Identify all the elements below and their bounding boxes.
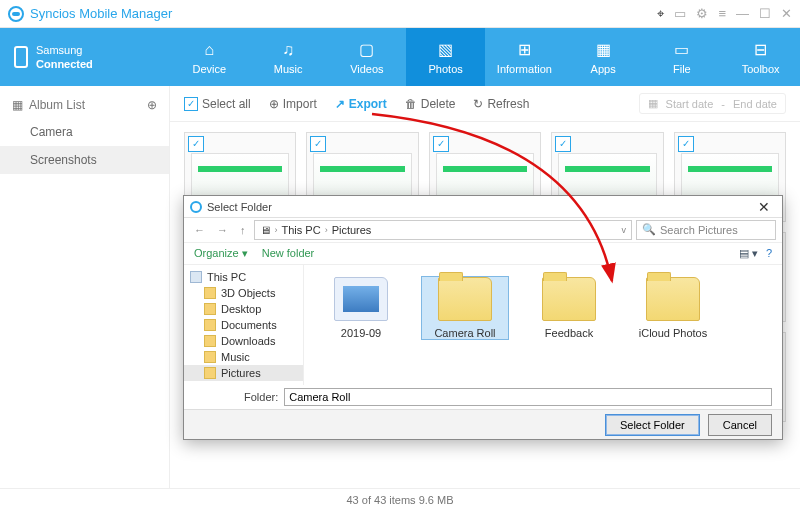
display-icon[interactable]: ▭ xyxy=(674,6,686,21)
export-icon: ↗ xyxy=(335,97,345,111)
view-mode-icon[interactable]: ▤ ▾ xyxy=(739,247,758,260)
device-status[interactable]: Samsung Connected xyxy=(0,28,170,86)
status-text: 43 of 43 items 9.6 MB xyxy=(347,494,454,506)
tree-item-music[interactable]: Music xyxy=(184,349,303,365)
app-logo-icon xyxy=(8,6,24,22)
nav-music[interactable]: ♫Music xyxy=(249,28,328,86)
search-icon: 🔍 xyxy=(642,223,656,236)
nav-device[interactable]: ⌂Device xyxy=(170,28,249,86)
device-brand: Samsung xyxy=(36,43,93,57)
file-list: 2019-09Camera RollFeedbackiCloud Photos xyxy=(304,265,782,385)
delete-button[interactable]: 🗑Delete xyxy=(405,97,456,111)
dialog-close-icon[interactable]: ✕ xyxy=(752,199,776,215)
file-item-icloud-photos[interactable]: iCloud Photos xyxy=(630,277,716,339)
plus-icon: ⊕ xyxy=(269,97,279,111)
add-album-icon[interactable]: ⊕ xyxy=(147,98,157,112)
minimize-icon[interactable]: — xyxy=(736,6,749,21)
device-icon: ⌂ xyxy=(199,40,219,60)
calendar-icon: ▦ xyxy=(648,97,658,110)
nav-information[interactable]: ⊞Information xyxy=(485,28,564,86)
export-button[interactable]: ↗Export xyxy=(335,97,387,111)
tree-item-documents[interactable]: Documents xyxy=(184,317,303,333)
videos-icon: ▢ xyxy=(357,40,377,60)
folder-icon xyxy=(204,367,216,379)
folder-icon xyxy=(204,303,216,315)
tree-item-pictures[interactable]: Pictures xyxy=(184,365,303,381)
status-bar: 43 of 43 items 9.6 MB xyxy=(0,488,800,510)
mouse-cursor-icon: ⌖ xyxy=(657,6,664,22)
nav-back-icon[interactable]: ← xyxy=(190,224,209,236)
folder-icon xyxy=(204,351,216,363)
sidebar: ▦ Album List ⊕ CameraScreenshots xyxy=(0,86,170,488)
folder-tree: This PC3D ObjectsDesktopDocumentsDownloa… xyxy=(184,265,304,385)
dialog-title: Select Folder xyxy=(207,201,272,213)
folder-icon xyxy=(334,277,388,321)
file-icon: ▭ xyxy=(672,40,692,60)
nav-videos[interactable]: ▢Videos xyxy=(328,28,407,86)
folder-label: Folder: xyxy=(244,391,278,403)
menu-icon[interactable]: ≡ xyxy=(718,6,726,21)
sidebar-item-camera[interactable]: Camera xyxy=(0,118,169,146)
app-title: Syncios Mobile Manager xyxy=(30,6,657,21)
tree-item-desktop[interactable]: Desktop xyxy=(184,301,303,317)
tree-item-this-pc[interactable]: This PC xyxy=(184,269,303,285)
pc-icon: 🖥 xyxy=(260,224,271,236)
maximize-icon[interactable]: ☐ xyxy=(759,6,771,21)
photos-icon: ▧ xyxy=(436,40,456,60)
nav-file[interactable]: ▭File xyxy=(643,28,722,86)
album-list-icon: ▦ xyxy=(12,98,23,112)
nav-photos[interactable]: ▧Photos xyxy=(406,28,485,86)
close-icon[interactable]: ✕ xyxy=(781,6,792,21)
tree-item-downloads[interactable]: Downloads xyxy=(184,333,303,349)
toolbar: ✓ Select all ⊕Import ↗Export 🗑Delete ↻Re… xyxy=(170,86,800,122)
help-icon[interactable]: ? xyxy=(766,247,772,260)
select-all[interactable]: ✓ Select all xyxy=(184,97,251,111)
refresh-button[interactable]: ↻Refresh xyxy=(473,97,529,111)
titlebar: Syncios Mobile Manager ⌖ ▭ ⚙ ≡ — ☐ ✕ xyxy=(0,0,800,28)
folder-name-input[interactable] xyxy=(284,388,772,406)
new-folder-button[interactable]: New folder xyxy=(262,247,315,259)
folder-icon xyxy=(204,287,216,299)
settings-icon[interactable]: ⚙ xyxy=(696,6,708,21)
nav-up-icon[interactable]: ↑ xyxy=(236,224,250,236)
select-folder-button[interactable]: Select Folder xyxy=(605,414,700,436)
import-button[interactable]: ⊕Import xyxy=(269,97,317,111)
select-all-checkbox-icon[interactable]: ✓ xyxy=(184,97,198,111)
nav-apps[interactable]: ▦Apps xyxy=(564,28,643,86)
folder-icon xyxy=(190,271,202,283)
dialog-logo-icon xyxy=(190,201,202,213)
tree-item-3d-objects[interactable]: 3D Objects xyxy=(184,285,303,301)
music-icon: ♫ xyxy=(278,40,298,60)
date-range[interactable]: ▦ Start date - End date xyxy=(639,93,786,114)
folder-icon xyxy=(438,277,492,321)
file-item-camera-roll[interactable]: Camera Roll xyxy=(422,277,508,339)
sidebar-header: Album List xyxy=(29,98,85,112)
toolbox-icon: ⊟ xyxy=(751,40,771,60)
folder-icon xyxy=(204,319,216,331)
sidebar-item-screenshots[interactable]: Screenshots xyxy=(0,146,169,174)
device-connected: Connected xyxy=(36,58,93,70)
file-item-feedback[interactable]: Feedback xyxy=(526,277,612,339)
folder-icon xyxy=(204,335,216,347)
nav-forward-icon[interactable]: → xyxy=(213,224,232,236)
select-folder-dialog: Select Folder ✕ ← → ↑ 🖥 › This PC › Pict… xyxy=(183,195,783,440)
nav-toolbox[interactable]: ⊟Toolbox xyxy=(721,28,800,86)
apps-icon: ▦ xyxy=(593,40,613,60)
refresh-icon: ↻ xyxy=(473,97,483,111)
phone-icon xyxy=(14,46,28,68)
trash-icon: 🗑 xyxy=(405,97,417,111)
information-icon: ⊞ xyxy=(514,40,534,60)
path-breadcrumb[interactable]: 🖥 › This PC › Pictures v xyxy=(254,220,633,240)
search-input[interactable]: 🔍 Search Pictures xyxy=(636,220,776,240)
organize-menu[interactable]: Organize ▾ xyxy=(194,247,248,260)
file-item-2019-09[interactable]: 2019-09 xyxy=(318,277,404,339)
top-nav: Samsung Connected ⌂Device♫Music▢Videos▧P… xyxy=(0,28,800,86)
cancel-button[interactable]: Cancel xyxy=(708,414,772,436)
folder-icon xyxy=(542,277,596,321)
folder-icon xyxy=(646,277,700,321)
